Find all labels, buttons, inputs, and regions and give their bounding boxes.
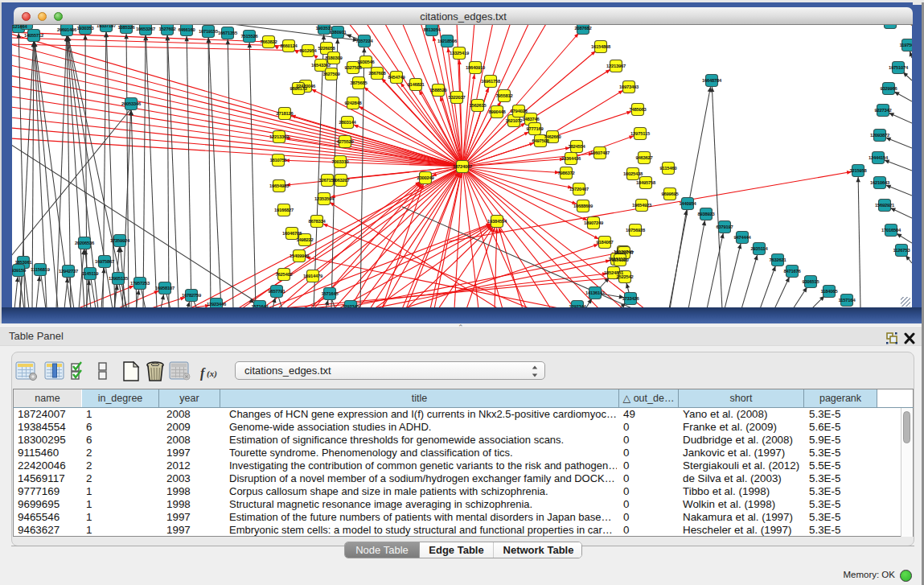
svg-text:2803144: 2803144 bbox=[339, 120, 356, 125]
svg-text:7357224: 7357224 bbox=[355, 39, 373, 43]
svg-text:2867608: 2867608 bbox=[368, 71, 386, 76]
svg-text:12093872: 12093872 bbox=[870, 133, 889, 138]
svg-text:16958107: 16958107 bbox=[155, 286, 175, 290]
svg-text:3627509: 3627509 bbox=[322, 72, 340, 76]
svg-text:6466160: 6466160 bbox=[178, 27, 195, 32]
svg-text:9242848: 9242848 bbox=[344, 101, 362, 105]
svg-text:17957253: 17957253 bbox=[130, 281, 150, 286]
svg-text:12975115: 12975115 bbox=[630, 131, 651, 136]
svg-text:1157503: 1157503 bbox=[911, 25, 912, 27]
svg-text:3875685: 3875685 bbox=[350, 80, 368, 85]
svg-text:1930546: 1930546 bbox=[357, 60, 375, 64]
svg-text:10688609: 10688609 bbox=[573, 204, 593, 208]
svg-text:8660124: 8660124 bbox=[280, 43, 298, 48]
svg-text:8938923: 8938923 bbox=[697, 212, 715, 216]
svg-text:10653267: 10653267 bbox=[136, 27, 155, 31]
svg-text:20691406: 20691406 bbox=[57, 27, 77, 32]
svg-text:1810755: 1810755 bbox=[269, 158, 287, 163]
svg-text:16648784: 16648784 bbox=[702, 78, 722, 83]
svg-text:9306515: 9306515 bbox=[802, 279, 819, 284]
svg-text:1085326: 1085326 bbox=[117, 25, 135, 30]
svg-text:19654923: 19654923 bbox=[632, 203, 652, 208]
svg-text:20206536: 20206536 bbox=[75, 241, 95, 245]
svg-text:1853061: 1853061 bbox=[14, 260, 32, 265]
svg-text:14136141: 14136141 bbox=[585, 290, 606, 295]
svg-text:19337197: 19337197 bbox=[97, 25, 116, 28]
svg-text:19384554: 19384554 bbox=[487, 219, 507, 224]
svg-text:1621072: 1621072 bbox=[505, 118, 522, 123]
svg-text:1571645: 1571645 bbox=[321, 291, 339, 296]
svg-text:f: f bbox=[200, 366, 206, 381]
svg-text:16782759: 16782759 bbox=[182, 293, 202, 298]
svg-text:2087682: 2087682 bbox=[574, 26, 591, 31]
svg-text:14055712: 14055712 bbox=[24, 33, 43, 38]
svg-text:8912954: 8912954 bbox=[299, 48, 317, 53]
svg-text:5322037: 5322037 bbox=[448, 95, 465, 100]
svg-text:1121582: 1121582 bbox=[18, 25, 35, 26]
svg-text:12942737: 12942737 bbox=[59, 269, 78, 274]
svg-text:18640910: 18640910 bbox=[466, 65, 485, 70]
svg-text:16154808: 16154808 bbox=[591, 44, 611, 49]
svg-text:6379197: 6379197 bbox=[716, 225, 733, 229]
svg-text:2935114: 2935114 bbox=[751, 246, 769, 251]
svg-text:1145119: 1145119 bbox=[82, 271, 100, 276]
svg-text:1157164: 1157164 bbox=[839, 298, 856, 303]
svg-text:9146821: 9146821 bbox=[407, 82, 425, 87]
svg-text:16543362: 16543362 bbox=[311, 63, 331, 68]
svg-text:1498222: 1498222 bbox=[296, 237, 313, 242]
svg-text:18495758: 18495758 bbox=[636, 180, 656, 185]
svg-text:9794028: 9794028 bbox=[510, 109, 528, 113]
svg-text:10973493: 10973493 bbox=[619, 84, 639, 89]
svg-text:15720407: 15720407 bbox=[569, 187, 589, 192]
svg-text:13325419: 13325419 bbox=[450, 51, 470, 56]
svg-text:7515526: 7515526 bbox=[240, 34, 258, 39]
svg-text:19218506: 19218506 bbox=[437, 39, 458, 43]
svg-text:16210643: 16210643 bbox=[870, 180, 890, 185]
svg-text:18724007: 18724007 bbox=[453, 164, 472, 169]
svg-text:7632621: 7632621 bbox=[769, 257, 786, 262]
svg-text:7485063: 7485063 bbox=[629, 107, 647, 112]
svg-text:9657791: 9657791 bbox=[268, 289, 285, 294]
svg-text:23364436: 23364436 bbox=[561, 156, 581, 161]
svg-text:18907249: 18907249 bbox=[584, 220, 604, 225]
svg-text:7625402: 7625402 bbox=[275, 272, 292, 277]
svg-text:16046788: 16046788 bbox=[282, 231, 302, 236]
svg-text:1184065: 1184065 bbox=[821, 289, 839, 294]
svg-text:8454749: 8454749 bbox=[388, 75, 405, 80]
svg-text:16914479: 16914479 bbox=[303, 274, 323, 278]
svg-text:12353594: 12353594 bbox=[314, 196, 335, 201]
svg-text:16120747: 16120747 bbox=[614, 250, 634, 255]
svg-text:9184067: 9184067 bbox=[596, 240, 613, 245]
svg-text:19751074: 19751074 bbox=[889, 65, 909, 70]
svg-text:8180309: 8180309 bbox=[325, 56, 343, 60]
svg-text:9463627: 9463627 bbox=[635, 155, 652, 160]
svg-text:1380911: 1380911 bbox=[330, 30, 347, 35]
svg-text:2522542: 2522542 bbox=[616, 274, 633, 279]
svg-text:1197562: 1197562 bbox=[900, 43, 912, 47]
svg-text:1562615: 1562615 bbox=[469, 103, 487, 108]
svg-text:20053346: 20053346 bbox=[121, 101, 142, 106]
svg-text:3215958: 3215958 bbox=[849, 168, 867, 173]
svg-text:1440954: 1440954 bbox=[679, 201, 696, 206]
svg-text:16671355: 16671355 bbox=[218, 31, 238, 35]
svg-text:12213369: 12213369 bbox=[269, 134, 290, 139]
svg-text:7955812: 7955812 bbox=[495, 93, 512, 98]
svg-text:7003310: 7003310 bbox=[331, 159, 348, 164]
svg-text:10025438: 10025438 bbox=[623, 171, 643, 176]
svg-text:1733426: 1733426 bbox=[622, 296, 639, 301]
svg-text:2718126: 2718126 bbox=[276, 111, 294, 116]
svg-text:12905135: 12905135 bbox=[109, 276, 129, 281]
svg-text:10719155: 10719155 bbox=[199, 29, 219, 34]
svg-text:12213967: 12213967 bbox=[606, 64, 626, 68]
svg-text:17016504: 17016504 bbox=[881, 228, 901, 233]
svg-text:9327508: 9327508 bbox=[344, 65, 362, 70]
svg-text:5226058: 5226058 bbox=[318, 46, 335, 51]
svg-text:16961758: 16961758 bbox=[481, 79, 501, 84]
svg-text:10607487: 10607487 bbox=[590, 150, 610, 155]
svg-text:11156819: 11156819 bbox=[31, 267, 51, 272]
svg-text:17359924: 17359924 bbox=[110, 238, 130, 243]
svg-text:7986372: 7986372 bbox=[557, 171, 574, 175]
svg-text:15692921: 15692921 bbox=[875, 203, 895, 208]
svg-text:9777169: 9777169 bbox=[526, 126, 544, 131]
svg-text:12444154: 12444154 bbox=[869, 155, 889, 160]
